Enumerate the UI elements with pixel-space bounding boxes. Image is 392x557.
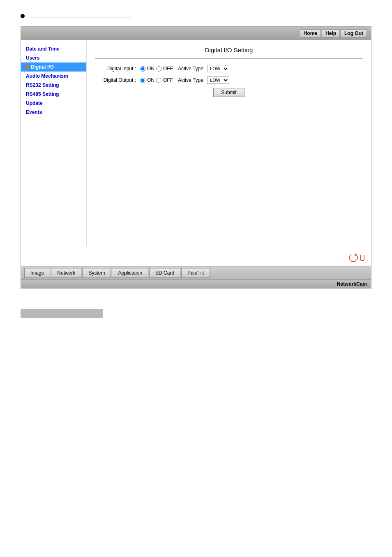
- brand-logo-icon: ⭯∪: [348, 250, 365, 264]
- sidebar-label-rs485-setting: RS485 Setting: [26, 91, 59, 97]
- sidebar-item-audio-mechanism[interactable]: Audio Mechanism: [21, 72, 86, 81]
- submit-button[interactable]: Submit: [213, 88, 244, 97]
- help-button[interactable]: Help: [322, 29, 340, 37]
- digital-output-off-label[interactable]: OFF: [163, 77, 173, 83]
- gray-bar: [21, 309, 103, 318]
- digital-input-radio-group: ON OFF: [140, 66, 173, 72]
- top-bar: Home Help Log Out: [21, 27, 371, 40]
- tab-image[interactable]: Image: [24, 268, 50, 278]
- frame-footer: NetworkCam: [21, 280, 371, 288]
- digital-output-active-type-label: Active Type:: [178, 77, 205, 83]
- tab-pan-tilt[interactable]: Pan/Tilt: [181, 268, 210, 278]
- digital-input-off-label[interactable]: OFF: [163, 66, 173, 72]
- content-area: Date and Time Users Digital I/O Audio Me…: [21, 40, 371, 246]
- sidebar-label-date-time: Date and Time: [26, 46, 60, 52]
- sidebar-item-rs485-setting[interactable]: RS485 Setting: [21, 90, 86, 99]
- bottom-nav: Image Network System Application SD Card…: [21, 266, 371, 280]
- sidebar-label-users: Users: [26, 55, 39, 61]
- digital-input-row: Digital Input : ON OFF Active Type: LOW …: [95, 65, 363, 72]
- sidebar: Date and Time Users Digital I/O Audio Me…: [21, 40, 87, 246]
- digital-output-label: Digital Output :: [95, 77, 140, 83]
- sidebar-item-date-time[interactable]: Date and Time: [21, 44, 86, 53]
- sidebar-label-rs232-setting: RS232 Setting: [26, 82, 59, 88]
- below-frame: [8, 289, 384, 326]
- main-content: Digital I/O Setting Digital Input : ON O…: [87, 40, 371, 246]
- digital-output-on-label[interactable]: ON: [147, 77, 154, 83]
- digital-input-controls: ON OFF Active Type: LOW HIGH: [140, 65, 229, 72]
- digital-output-off-radio[interactable]: [156, 78, 161, 83]
- digital-input-active-type-select[interactable]: LOW HIGH: [207, 65, 229, 72]
- digital-input-active-type-label: Active Type:: [178, 66, 205, 72]
- tab-sd-card[interactable]: SD Card: [149, 268, 180, 278]
- page-title: Digital I/O Setting: [95, 46, 363, 53]
- digital-input-on-radio[interactable]: [140, 66, 145, 72]
- tab-network[interactable]: Network: [51, 268, 81, 278]
- digital-output-row: Digital Output : ON OFF Active Type: LOW…: [95, 76, 363, 84]
- tab-application[interactable]: Application: [112, 268, 148, 278]
- sidebar-label-events: Events: [26, 109, 42, 115]
- digital-output-on-radio[interactable]: [140, 78, 145, 83]
- digital-input-off-radio[interactable]: [156, 66, 161, 72]
- brand-name: NetworkCam: [337, 281, 367, 287]
- digital-input-on-label[interactable]: ON: [147, 66, 154, 72]
- sidebar-item-rs232-setting[interactable]: RS232 Setting: [21, 81, 86, 90]
- sidebar-item-users[interactable]: Users: [21, 53, 86, 62]
- sidebar-item-update[interactable]: Update: [21, 99, 86, 108]
- sidebar-item-events[interactable]: Events: [21, 108, 86, 117]
- logout-button[interactable]: Log Out: [341, 29, 367, 37]
- title-divider: [95, 58, 363, 59]
- bullet-section: [8, 12, 384, 18]
- sidebar-label-update: Update: [26, 100, 43, 106]
- sidebar-label-audio-mechanism: Audio Mechanism: [26, 73, 68, 79]
- digital-output-radio-group: ON OFF: [140, 77, 173, 83]
- logo-area: ⭯∪: [21, 246, 371, 266]
- sidebar-item-digital-io[interactable]: Digital I/O: [21, 62, 86, 72]
- page-wrapper: Home Help Log Out Date and Time Users Di…: [0, 0, 392, 557]
- bullet-dot: [21, 14, 25, 18]
- main-frame: Home Help Log Out Date and Time Users Di…: [21, 26, 371, 289]
- digital-output-controls: ON OFF Active Type: LOW HIGH: [140, 76, 229, 84]
- digital-output-active-type-select[interactable]: LOW HIGH: [207, 76, 229, 84]
- submit-row: Submit: [95, 88, 363, 97]
- active-bullet-icon: [26, 65, 29, 69]
- bullet-line: [30, 12, 132, 18]
- home-button[interactable]: Home: [300, 29, 321, 37]
- digital-input-label: Digital Input :: [95, 66, 140, 72]
- sidebar-label-digital-io: Digital I/O: [31, 64, 54, 70]
- tab-system[interactable]: System: [82, 268, 111, 278]
